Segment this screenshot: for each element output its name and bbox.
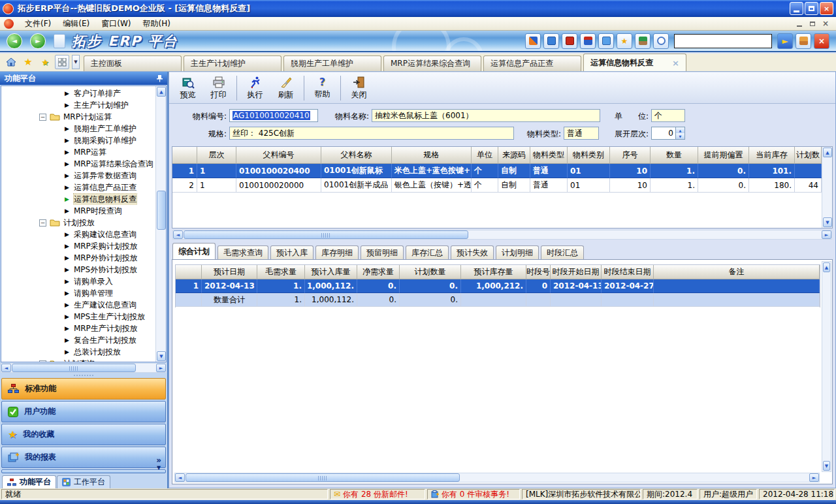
tab-close-icon[interactable]: × (672, 58, 679, 68)
material-no-input[interactable]: AG1010010020410 (229, 109, 318, 122)
panel-icon[interactable] (525, 33, 541, 49)
scroll-down-icon[interactable]: ▼ (823, 461, 830, 471)
minimize-button[interactable] (790, 2, 803, 15)
tree-item[interactable]: ▶运算异常数据查询 (1, 170, 155, 181)
back-button[interactable]: ◄ (7, 33, 22, 49)
scrollbar-thumb[interactable] (157, 191, 166, 230)
tree-item[interactable]: ▶主生产计划维护 (1, 99, 155, 111)
exit-icon[interactable]: × (814, 33, 829, 49)
tab-gross-demand[interactable]: 毛需求查询 (217, 245, 268, 259)
tree-item[interactable]: ▶客户订单排产 (1, 87, 155, 99)
mdi-minimize-button[interactable] (794, 19, 805, 28)
tab-product-forward-query[interactable]: 运算信息产品正查 (483, 55, 581, 71)
menu-help[interactable]: 帮助(H) (137, 18, 176, 30)
tree-folder[interactable]: −计划查询 (1, 358, 155, 362)
notebook-icon[interactable] (562, 33, 577, 49)
panel-standard-functions[interactable]: 标准功能 (1, 378, 166, 400)
tree-item[interactable]: ▶MPS外协计划投放 (1, 264, 155, 276)
print-button[interactable]: 打印 (203, 74, 234, 102)
spin-up-icon[interactable]: ▲ (676, 127, 684, 133)
scroll-down-icon[interactable]: ▼ (157, 351, 166, 361)
collapse-icon[interactable]: − (39, 114, 46, 121)
main-grid-horizontal-scrollbar[interactable]: ◄ ► (172, 230, 832, 240)
tree-folder[interactable]: −MRP计划运算 (1, 111, 155, 123)
tree-item[interactable]: ▶MRP生产计划投放 (1, 323, 155, 334)
collapse-icon[interactable]: − (39, 360, 46, 362)
detail-vertical-scrollbar[interactable]: ▲ ▼ (822, 261, 831, 472)
execute-button[interactable]: 执行 (240, 74, 270, 102)
help-button[interactable]: ? 帮助 (307, 74, 338, 102)
scroll-left-icon[interactable]: ◄ (173, 230, 183, 239)
tab-expected-expiry[interactable]: 预计失效 (451, 245, 494, 259)
mdi-close-button[interactable]: × (820, 19, 831, 28)
close-button[interactable]: × (820, 2, 833, 15)
new-folder-icon[interactable] (598, 33, 614, 49)
spin-down-icon[interactable]: ▼ (676, 133, 684, 139)
tab-main-panel[interactable]: 主控面板 (84, 55, 182, 71)
tree-item[interactable]: ▶请购单管理 (1, 287, 155, 299)
scroll-down-icon[interactable]: ▼ (823, 217, 832, 227)
tab-mps-maintain[interactable]: 主生产计划维护 (184, 55, 281, 71)
add-favorite-icon[interactable]: ★ (38, 55, 52, 69)
scrollbar-thumb[interactable] (184, 230, 468, 239)
clock-icon[interactable] (653, 33, 669, 49)
banner-search-input[interactable] (674, 34, 772, 48)
table-row[interactable]: 1 2012-04-13 1. 1,000,112. 0. 0. 1,000,2… (176, 279, 820, 293)
grid-view-dropdown[interactable]: ▼ (72, 55, 80, 69)
tree-item[interactable]: ▶运算信息产品正查 (1, 181, 155, 193)
cardfile-icon[interactable] (635, 33, 651, 49)
favorite-icon[interactable]: ★ (617, 33, 632, 49)
tab-comprehensive-plan[interactable]: 综合计划 (172, 243, 216, 259)
orgchart-icon[interactable] (580, 33, 596, 49)
tree-horizontal-scrollbar[interactable]: ◄ ► (1, 363, 167, 373)
scrollbar-thumb[interactable] (185, 473, 460, 482)
collapse-icon[interactable]: − (39, 219, 46, 227)
table-row[interactable]: 1 1 0100100020400 01001创新鼠标 米色上盖+蓝色按键+ 个… (172, 164, 822, 178)
tab-expected-receipt[interactable]: 预计入库 (270, 245, 314, 259)
tab-mrp-result-query[interactable]: MRP运算结果综合查询 (383, 55, 481, 71)
tab-material-reverse-query[interactable]: 运算信息物料反查 × (583, 54, 686, 71)
preview-button[interactable]: 预览 (172, 74, 203, 102)
detail-horizontal-scrollbar[interactable]: ◄ ► (174, 473, 820, 482)
scroll-right-icon[interactable]: ► (822, 230, 831, 239)
scroll-right-icon[interactable]: ► (156, 364, 166, 372)
unit-field[interactable]: 个 (651, 109, 685, 122)
material-type-field[interactable]: 普通 (564, 127, 599, 140)
chevron-more-icon[interactable]: »▼ (156, 457, 161, 471)
tab-plan-detail[interactable]: 计划明细 (496, 245, 539, 259)
tree-item[interactable]: ▶生产建议信息查询 (1, 299, 155, 311)
panel-my-favorites[interactable]: ★ 我的收藏 (1, 424, 166, 445)
status-audit[interactable]: 你有 0 件审核事务! (427, 489, 520, 499)
tab-overdue-workorder[interactable]: 脱期生产工单维护 (283, 55, 381, 71)
tab-inventory-detail[interactable]: 库存明细 (315, 245, 359, 259)
scroll-right-icon[interactable]: ► (809, 473, 819, 482)
menu-edit[interactable]: 编辑(E) (57, 18, 95, 30)
scroll-up-icon[interactable]: ▲ (823, 262, 830, 272)
tab-work-platform[interactable]: 工作平台 (57, 475, 110, 488)
tab-reserved-detail[interactable]: 预留明细 (361, 245, 404, 259)
refresh-button[interactable]: 刷新 (270, 74, 301, 102)
expand-level-stepper[interactable]: 0 ▲▼ (651, 127, 685, 140)
close-view-button[interactable]: 关闭 (344, 74, 374, 102)
tab-inventory-summary[interactable]: 库存汇总 (406, 245, 449, 259)
table-row[interactable]: 2 1 0100100020000 01001创新半成品 银色上盖（按键）+透明… (172, 178, 822, 193)
tree-item[interactable]: ▶脱期采购订单维护 (1, 134, 155, 146)
home-tab-icon[interactable] (4, 55, 18, 69)
tree-item[interactable]: ▶MRP运算结果综合查询 (1, 158, 155, 170)
scroll-left-icon[interactable]: ◄ (1, 364, 11, 372)
tab-period-summary[interactable]: 时段汇总 (541, 245, 584, 259)
mdi-restore-button[interactable] (807, 19, 818, 28)
tree-item[interactable]: ▶总装计划投放 (1, 346, 155, 358)
forward-button[interactable]: ► (30, 33, 46, 49)
material-name-field[interactable]: 抽粒米色鼠标上盖（6001） (372, 109, 600, 122)
tree-item[interactable]: ▶请购单录入 (1, 276, 155, 287)
restore-button[interactable] (805, 2, 818, 15)
home-icon[interactable] (796, 33, 811, 49)
tree-item[interactable]: ▶MRP运算 (1, 146, 155, 158)
tree-item[interactable]: ▶采购建议信息查询 (1, 228, 155, 240)
tree-item[interactable]: ▶MRP外协计划投放 (1, 252, 155, 264)
scroll-left-icon[interactable]: ◄ (175, 473, 185, 482)
panel-user-functions[interactable]: 用户功能 (1, 401, 166, 422)
tree-item[interactable]: ▶MRP采购计划投放 (1, 240, 155, 252)
tree-item[interactable]: ▶MRP时段查询 (1, 205, 155, 217)
